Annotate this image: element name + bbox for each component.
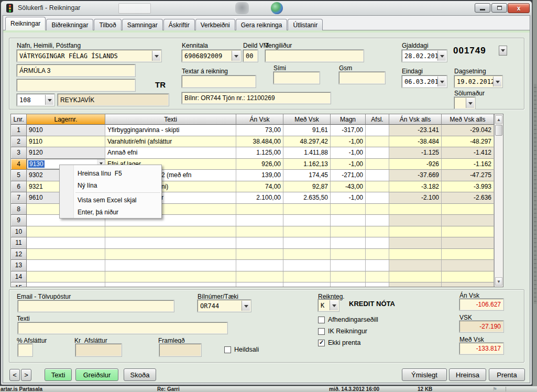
cell-an-vsk-alls[interactable]: -3.182 bbox=[389, 181, 442, 193]
cell-magn[interactable] bbox=[331, 282, 366, 287]
cell-med-vsk[interactable] bbox=[283, 226, 331, 238]
row-number-button[interactable]: 11 bbox=[11, 237, 27, 249]
prenta-button[interactable]: Prenta bbox=[489, 368, 525, 381]
cell-med-vsk-alls[interactable] bbox=[442, 249, 494, 260]
cell-magn[interactable]: -317,00 bbox=[331, 125, 366, 136]
cell-med-vsk[interactable] bbox=[283, 249, 331, 260]
chevron-down-icon[interactable] bbox=[437, 77, 446, 86]
maximize-button[interactable] bbox=[491, 3, 507, 13]
address-field[interactable]: ÁRMÚLA 3 bbox=[17, 64, 135, 77]
cell-texti[interactable] bbox=[105, 237, 236, 249]
cell-magn[interactable] bbox=[331, 215, 366, 226]
cell-an-vsk-alls[interactable] bbox=[389, 271, 442, 283]
cell-texti[interactable]: Annað efni bbox=[105, 147, 236, 159]
ymislegt-button[interactable]: Ýmislegt bbox=[402, 368, 447, 381]
cell-magn[interactable] bbox=[331, 226, 366, 238]
kr-afsl-field[interactable] bbox=[75, 344, 122, 356]
row-number-button[interactable]: 14 bbox=[11, 271, 27, 283]
cell-med-vsk-alls[interactable] bbox=[442, 226, 494, 238]
cell-med-vsk-alls[interactable] bbox=[442, 237, 494, 249]
cell-afsl[interactable] bbox=[366, 125, 389, 136]
cell-texti[interactable] bbox=[105, 282, 236, 287]
cell-med-vsk[interactable] bbox=[283, 271, 331, 283]
cell-texti[interactable] bbox=[105, 260, 236, 271]
heildsali-checkbox[interactable]: Heildsali bbox=[224, 346, 259, 353]
cell-magn[interactable]: -43,00 bbox=[331, 181, 366, 193]
cell-med-vsk-alls[interactable]: -1.162 bbox=[442, 159, 494, 170]
tab--skriftir[interactable]: Áskriftir bbox=[163, 19, 195, 30]
row-number-button[interactable]: 4 bbox=[11, 159, 27, 170]
solumadur-combo[interactable] bbox=[454, 97, 475, 109]
row-number-button[interactable]: 5 bbox=[11, 170, 27, 181]
cell-med-vsk[interactable] bbox=[283, 204, 331, 215]
chevron-down-icon[interactable] bbox=[45, 95, 53, 105]
column-header-4[interactable]: Með Vsk bbox=[283, 114, 331, 125]
texti-button[interactable]: Texti bbox=[45, 368, 72, 381]
cell-lagernr[interactable] bbox=[27, 226, 105, 238]
row-number-button[interactable]: 1 bbox=[11, 125, 27, 136]
tab-bi-reikningar[interactable]: Biðreikningar bbox=[46, 19, 93, 30]
deild-field[interactable]: 00 bbox=[243, 50, 258, 62]
cell-med-vsk[interactable]: 2.635,50 bbox=[283, 192, 331, 204]
ekki-prenta-checkbox[interactable]: Ekki prenta bbox=[318, 339, 361, 346]
cell-texti[interactable]: Yfirbyggingarvinna - skipti bbox=[105, 125, 236, 136]
cell-med-vsk-alls[interactable] bbox=[442, 282, 494, 287]
scroll-down-icon[interactable]: ▼ bbox=[495, 277, 502, 286]
cell-an-vsk-alls[interactable] bbox=[389, 237, 442, 249]
chevron-down-icon[interactable] bbox=[330, 300, 338, 310]
cell-an-vsk[interactable] bbox=[236, 260, 283, 271]
prev-record-button[interactable]: < bbox=[9, 369, 20, 381]
cell-an-vsk-alls[interactable] bbox=[389, 226, 442, 238]
row-number-button[interactable]: 7 bbox=[11, 192, 27, 204]
cell-med-vsk-alls[interactable] bbox=[442, 204, 494, 215]
cell-lagernr[interactable]: 9120 bbox=[27, 147, 105, 159]
bilnr-field[interactable]: Bílnr: OR744 Tjón nr.: 12100269 bbox=[182, 92, 331, 104]
column-header-1[interactable]: Lagernr. bbox=[27, 114, 105, 125]
cell-an-vsk[interactable]: 74,00 bbox=[236, 181, 283, 193]
bilnumer-combo[interactable]: OR744 bbox=[198, 300, 251, 312]
row-number-button[interactable]: 9 bbox=[11, 215, 27, 226]
tab-verkbei-ni[interactable]: Verkbeiðni bbox=[195, 19, 235, 30]
cell-med-vsk[interactable] bbox=[283, 282, 331, 287]
kennitala-combo[interactable]: 6906892009 bbox=[182, 50, 241, 62]
menu-item-enter-ni-ur[interactable]: Enter, þá niður bbox=[60, 206, 161, 218]
cell-med-vsk[interactable] bbox=[283, 215, 331, 226]
cell-an-vsk[interactable]: 73,00 bbox=[236, 125, 283, 136]
eindagi-combo[interactable]: 06.03.2012 bbox=[402, 75, 447, 88]
cell-afsl[interactable] bbox=[366, 237, 389, 249]
cell-med-vsk[interactable]: 1.162,13 bbox=[283, 159, 331, 170]
cell-magn[interactable]: -1,00 bbox=[331, 136, 366, 148]
menu-item-vista-sem-excel-skjal[interactable]: Vista sem Excel skjal bbox=[60, 194, 161, 206]
cell-an-vsk[interactable]: 1.125,00 bbox=[236, 147, 283, 159]
cell-an-vsk-alls[interactable]: -2.100 bbox=[389, 192, 442, 204]
afhendingarsedill-checkbox[interactable]: Afhendingarseðill bbox=[318, 316, 378, 323]
cell-med-vsk[interactable]: 91,61 bbox=[283, 125, 331, 136]
checkbox-box[interactable] bbox=[318, 328, 325, 335]
row-number-button[interactable]: 8 bbox=[11, 204, 27, 215]
cell-an-vsk-alls[interactable] bbox=[389, 215, 442, 226]
cell-an-vsk-alls[interactable] bbox=[389, 282, 442, 287]
chevron-down-icon[interactable] bbox=[437, 51, 446, 61]
cell-afsl[interactable] bbox=[366, 192, 389, 204]
cell-lagernr[interactable] bbox=[27, 237, 105, 249]
cell-magn[interactable] bbox=[331, 260, 366, 271]
cell-med-vsk-alls[interactable] bbox=[442, 215, 494, 226]
row-number-button[interactable]: 3 bbox=[11, 147, 27, 159]
cell-afsl[interactable] bbox=[366, 170, 389, 181]
cell-lagernr[interactable] bbox=[27, 260, 105, 271]
scrollbar-thumb[interactable] bbox=[495, 125, 502, 136]
chevron-down-icon[interactable] bbox=[232, 51, 240, 61]
cell-afsl[interactable] bbox=[366, 181, 389, 193]
dagsetning-combo[interactable]: 19.02.2012 bbox=[454, 75, 502, 88]
cell-an-vsk[interactable] bbox=[236, 204, 283, 215]
close-button[interactable]: x bbox=[508, 3, 530, 13]
cell-an-vsk[interactable] bbox=[236, 282, 283, 287]
cell-an-vsk-alls[interactable]: -926 bbox=[389, 159, 442, 170]
cell-an-vsk-alls[interactable]: -23.141 bbox=[389, 125, 442, 136]
cell-afsl[interactable] bbox=[366, 136, 389, 148]
minimize-button[interactable] bbox=[475, 3, 490, 13]
next-record-button[interactable]: > bbox=[21, 369, 31, 381]
cell-texti[interactable] bbox=[105, 249, 236, 260]
address2-field[interactable] bbox=[17, 79, 135, 91]
cell-med-vsk[interactable]: 1.411,88 bbox=[283, 147, 331, 159]
